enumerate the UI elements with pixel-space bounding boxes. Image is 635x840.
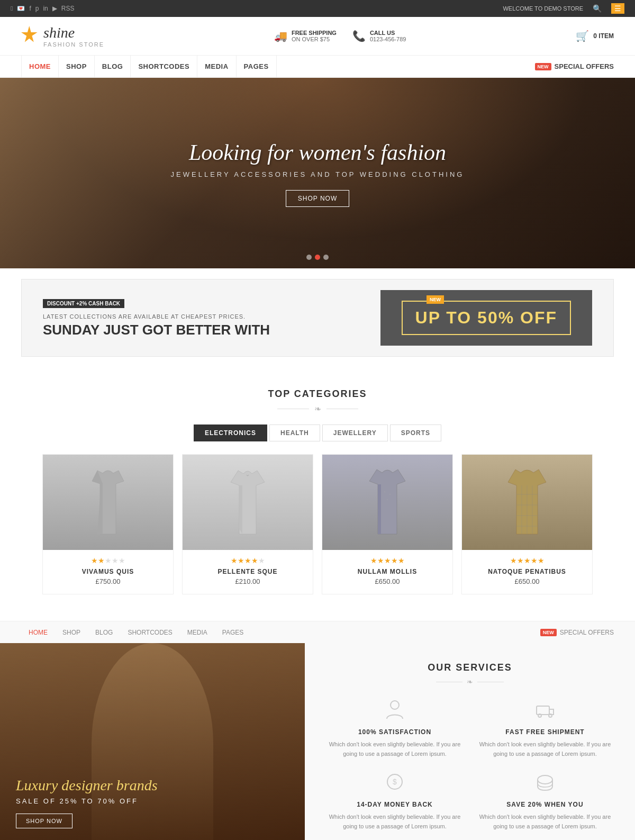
save-icon [476,771,614,797]
product-card-1[interactable]: ★★★★★ VIVAMUS QUIS £750.00 [42,454,174,594]
product-card-4[interactable]: ★★★★★ NATOQUE PENATIBUS £650.00 [461,454,593,594]
svg-point-13 [538,714,541,717]
svg-text:$: $ [393,778,397,786]
footer-nav-pages[interactable]: PAGES [215,621,251,644]
hero-content: Looking for women's fashion JEWELLERY AC… [171,140,465,207]
svg-point-11 [391,701,399,709]
nav-items: HOME SHOP BLOG SHORTCODES MEDIA PAGES [21,56,535,78]
luxury-subtitle: SALE OF 25% TO 70% OFF [16,797,158,805]
hero-dot-1[interactable] [306,255,312,260]
social-icons:  💌 f p in ▶ RSS [11,5,74,12]
hero-subtitle: JEWELLERY ACCESSORIES AND TOP WEDDING CL… [171,170,465,178]
svg-point-3 [387,499,388,500]
satisfaction-icon [326,699,464,724]
nav-blog[interactable]: BLOG [95,56,131,78]
promo-left: DISCOUNT +2% CASH BACK LATEST COLLECTION… [43,298,380,338]
logo-name: shine [43,24,104,41]
shipping-text: FREE SHIPPING ON OVER $75 [292,30,337,42]
product-stars-3: ★★★★★ [322,556,452,565]
instagram-icon[interactable]:  [11,5,13,12]
cart[interactable]: 🛒 0 ITEM [576,30,614,42]
shipping-icon: 🚚 [274,30,287,42]
search-icon[interactable]: 🔍 [589,3,605,14]
special-offers-link[interactable]: SPECIAL OFFERS [555,62,614,70]
tab-sports[interactable]: SPORTS [390,424,441,441]
product-grid: ★★★★★ VIVAMUS QUIS £750.00 ★★★★★ PELLENT… [21,454,614,594]
logo-text: shine Fashion Store [43,24,104,48]
logo-subtitle: Fashion Store [43,41,104,48]
top-bar-right: WELCOME TO DEMO STORE 🔍 ☰ [503,3,624,14]
hero-cta-button[interactable]: SHOP NOW [286,190,349,207]
tab-jewellery[interactable]: JEWELLERY [322,424,388,441]
section-divider: ❧ [21,404,614,414]
call-info: 📞 CALL US 0123-456-789 [352,30,406,42]
call-number: 0123-456-789 [370,36,406,42]
save-desc: Which don't look even slightly believabl… [476,812,614,831]
footer-nav-shortcodes[interactable]: SHORTCODES [120,621,179,644]
pinterest-icon[interactable]: p [35,5,39,12]
svg-point-2 [389,494,391,495]
product-stars-2: ★★★★★ [183,556,313,565]
service-moneyback: $ 14-DAY MONEY BACK Which don't look eve… [326,771,464,831]
shipping-label: FREE SHIPPING [292,30,337,36]
footer-nav-blog[interactable]: BLOG [88,621,120,644]
linkedin-icon[interactable]: in [43,5,48,12]
youtube-icon[interactable]: ▶ [52,5,57,12]
svg-point-1 [384,491,385,492]
services-grid: 100% SATISFACTION Which don't look even … [326,699,614,831]
category-tabs: ELECTRONICS HEALTH JEWELLERY SPORTS [21,424,614,441]
hero-dot-2[interactable] [315,255,320,260]
product-image-2 [183,455,313,550]
product-stars-1: ★★★★★ [43,556,173,565]
nav-pages[interactable]: PAGES [237,56,277,78]
product-card-3[interactable]: ★★★★★ NULLAM MOLLIS £650.00 [322,454,453,594]
hero-banner: Looking for women's fashion JEWELLERY AC… [0,78,635,268]
product-price-2: £210.00 [183,577,313,585]
services-divider: ❧ [326,678,614,686]
luxury-title: Luxury designer brands [16,777,158,794]
bottom-section: Luxury designer brands SALE OF 25% TO 70… [0,643,635,840]
footer-special-link[interactable]: SPECIAL OFFERS [560,629,614,636]
footer-new-badge: NEW [540,629,557,636]
nav-media[interactable]: MEDIA [197,56,236,78]
nav-shortcodes[interactable]: SHORTCODES [131,56,197,78]
menu-icon[interactable]: ☰ [611,3,624,14]
welcome-text: WELCOME TO DEMO STORE [503,5,583,12]
moneyback-icon: $ [326,771,464,797]
footer-nav-media[interactable]: MEDIA [180,621,215,644]
tab-electronics[interactable]: ELECTRONICS [194,424,267,441]
promo-offer: UP TO 50% OFF [380,290,592,346]
top-categories-section: TOP CATEGORIES ❧ ELECTRONICS HEALTH JEWE… [0,367,635,605]
service-satisfaction: 100% SATISFACTION Which don't look even … [326,699,464,758]
shipping-sub: ON OVER $75 [292,36,337,42]
moneyback-name: 14-DAY MONEY BACK [326,801,464,808]
shipment-name: FAST FREE SHIPMENT [476,728,614,736]
product-card-2[interactable]: ★★★★★ PELLENTE SQUE £210.00 [182,454,313,594]
facebook-icon[interactable]: f [29,5,31,12]
shipment-icon [476,699,614,724]
product-image-4 [462,455,592,550]
logo[interactable]: shine Fashion Store [21,24,104,48]
tab-health[interactable]: HEALTH [269,424,320,441]
svg-rect-12 [537,706,549,715]
hero-dot-3[interactable] [323,255,329,260]
call-label: CALL US [370,30,406,36]
rss-icon[interactable]: RSS [61,5,75,12]
footer-special: NEW SPECIAL OFFERS [540,629,614,636]
call-text: CALL US 0123-456-789 [370,30,406,42]
twitter-icon[interactable]: 💌 [17,5,25,12]
categories-title: TOP CATEGORIES [21,389,614,400]
footer-nav-shop[interactable]: SHOP [55,621,88,644]
services-title: OUR SERVICES [326,662,614,673]
product-image-1 [43,455,173,550]
nav-shop[interactable]: SHOP [59,56,95,78]
footer-nav-home[interactable]: HOME [21,621,55,644]
service-shipment: FAST FREE SHIPMENT Which don't look even… [476,699,614,758]
promo-discount-badge: DISCOUNT +2% CASH BACK [43,299,124,308]
footer-nav: HOME SHOP BLOG SHORTCODES MEDIA PAGES NE… [0,621,635,643]
product-name-2: PELLENTE SQUE [183,568,313,575]
luxury-cta-button[interactable]: SHOP NOW [16,814,72,828]
product-price-4: £650.00 [462,577,592,585]
nav-home[interactable]: HOME [21,56,59,78]
new-badge: NEW [535,63,551,70]
